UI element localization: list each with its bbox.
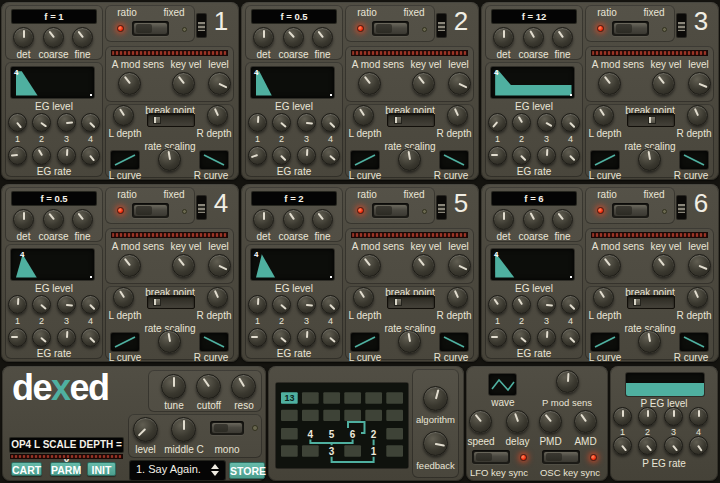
eg-level-3-knob[interactable] — [57, 295, 76, 314]
eg-rate-3-knob[interactable] — [57, 146, 76, 165]
l-depth-knob[interactable] — [113, 287, 134, 308]
preset-spinner-icons[interactable] — [211, 464, 219, 476]
rate-scaling-knob[interactable] — [398, 330, 421, 353]
fine-knob[interactable] — [312, 27, 333, 48]
osc-key-sync-switch[interactable] — [542, 450, 580, 464]
eg-rate-1-knob[interactable] — [248, 146, 267, 165]
r-depth-knob[interactable] — [207, 287, 228, 308]
a-mod-sens-knob[interactable] — [358, 72, 381, 95]
eg-level-3-knob[interactable] — [57, 113, 76, 132]
det-knob[interactable] — [253, 27, 274, 48]
r-depth-knob[interactable] — [687, 105, 708, 126]
eg-rate-3-knob[interactable] — [57, 328, 76, 347]
eg-level-2-knob[interactable] — [512, 113, 531, 132]
eg-rate-4-knob[interactable] — [561, 146, 580, 165]
operator-on-off-slider[interactable] — [437, 196, 446, 219]
l-depth-knob[interactable] — [113, 105, 134, 126]
level-knob[interactable] — [448, 254, 471, 277]
coarse-knob[interactable] — [283, 27, 304, 48]
eg-level-1-knob[interactable] — [488, 113, 507, 132]
reso-knob[interactable] — [231, 374, 256, 399]
mono-switch[interactable] — [210, 421, 244, 435]
eg-rate-3-knob[interactable] — [297, 328, 316, 347]
eg-rate-1-knob[interactable] — [248, 328, 267, 347]
break-point-handle[interactable] — [394, 298, 402, 306]
eg-level-1-knob[interactable] — [8, 295, 27, 314]
feedback-knob[interactable] — [423, 431, 448, 456]
operator-on-off-slider[interactable] — [677, 196, 686, 219]
eg-level-2-knob[interactable] — [272, 295, 291, 314]
l-depth-knob[interactable] — [353, 105, 374, 126]
det-knob[interactable] — [493, 209, 514, 230]
lfo-key-sync-switch[interactable] — [472, 450, 510, 464]
a-mod-sens-knob[interactable] — [358, 254, 381, 277]
pmd-knob[interactable] — [539, 410, 562, 433]
coarse-knob[interactable] — [43, 27, 64, 48]
eg-level-1-knob[interactable] — [8, 113, 27, 132]
key-vel-knob[interactable] — [412, 254, 435, 277]
coarse-knob[interactable] — [283, 209, 304, 230]
operator-on-off-slider[interactable] — [437, 14, 446, 37]
key-vel-knob[interactable] — [652, 72, 675, 95]
p-eg-level-1-knob[interactable] — [613, 407, 632, 426]
eg-level-3-knob[interactable] — [297, 295, 316, 314]
cart-button[interactable]: CART — [11, 462, 42, 476]
coarse-knob[interactable] — [523, 209, 544, 230]
ratio-fixed-switch[interactable] — [132, 203, 169, 218]
eg-rate-4-knob[interactable] — [81, 146, 100, 165]
eg-rate-2-knob[interactable] — [32, 328, 51, 347]
ratio-fixed-switch[interactable] — [612, 21, 649, 36]
break-point-handle[interactable] — [394, 116, 402, 124]
l-depth-knob[interactable] — [593, 105, 614, 126]
middle-c-knob[interactable] — [171, 417, 196, 442]
break-point-slider[interactable] — [627, 295, 675, 309]
eg-rate-3-knob[interactable] — [537, 146, 556, 165]
eg-level-2-knob[interactable] — [512, 295, 531, 314]
eg-level-3-knob[interactable] — [537, 295, 556, 314]
lfo-speed-knob[interactable] — [469, 410, 492, 433]
amd-knob[interactable] — [574, 410, 597, 433]
rate-scaling-knob[interactable] — [158, 148, 181, 171]
rate-scaling-knob[interactable] — [638, 330, 661, 353]
eg-level-1-knob[interactable] — [488, 295, 507, 314]
eg-rate-2-knob[interactable] — [272, 328, 291, 347]
ratio-fixed-switch[interactable] — [372, 21, 409, 36]
operator-on-off-slider[interactable] — [197, 196, 206, 219]
p-eg-level-3-knob[interactable] — [664, 407, 683, 426]
eg-rate-1-knob[interactable] — [8, 146, 27, 165]
level-knob[interactable] — [688, 72, 711, 95]
ratio-fixed-switch[interactable] — [372, 203, 409, 218]
break-point-handle[interactable] — [153, 116, 161, 124]
break-point-handle[interactable] — [153, 298, 161, 306]
fine-knob[interactable] — [552, 27, 573, 48]
fine-knob[interactable] — [72, 209, 93, 230]
eg-level-4-knob[interactable] — [561, 113, 580, 132]
parm-button[interactable]: PARM — [50, 462, 81, 476]
cutoff-knob[interactable] — [196, 374, 221, 399]
p-eg-rate-2-knob[interactable] — [638, 436, 657, 455]
store-button[interactable]: STORE — [229, 462, 265, 479]
tune-knob[interactable] — [161, 374, 186, 399]
eg-level-1-knob[interactable] — [248, 295, 267, 314]
break-point-slider[interactable] — [387, 113, 435, 127]
eg-rate-2-knob[interactable] — [512, 328, 531, 347]
r-depth-knob[interactable] — [207, 105, 228, 126]
ratio-fixed-switch[interactable] — [612, 203, 649, 218]
eg-level-4-knob[interactable] — [321, 295, 340, 314]
p-eg-level-4-knob[interactable] — [689, 407, 708, 426]
eg-rate-4-knob[interactable] — [321, 146, 340, 165]
rate-scaling-knob[interactable] — [158, 330, 181, 353]
break-point-slider[interactable] — [147, 113, 195, 127]
ratio-fixed-switch[interactable] — [132, 21, 169, 36]
lfo-delay-knob[interactable] — [506, 410, 529, 433]
det-knob[interactable] — [13, 27, 34, 48]
eg-level-4-knob[interactable] — [321, 113, 340, 132]
key-vel-knob[interactable] — [412, 72, 435, 95]
eg-rate-2-knob[interactable] — [272, 146, 291, 165]
det-knob[interactable] — [493, 27, 514, 48]
a-mod-sens-knob[interactable] — [598, 72, 621, 95]
eg-rate-2-knob[interactable] — [512, 146, 531, 165]
output-level-knob[interactable] — [133, 417, 158, 442]
eg-level-2-knob[interactable] — [32, 113, 51, 132]
a-mod-sens-knob[interactable] — [118, 72, 141, 95]
